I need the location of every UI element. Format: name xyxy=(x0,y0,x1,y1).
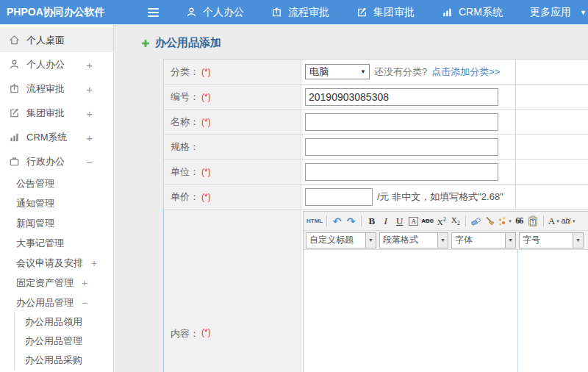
expand-plus-icon[interactable]: + xyxy=(86,107,93,119)
sidebar-item-3[interactable]: 集团审批+ xyxy=(0,101,113,125)
chart-icon xyxy=(442,7,453,18)
sidebar-item-label: 公告管理 xyxy=(16,177,54,190)
sidebar-item-0[interactable]: 个人桌面 xyxy=(0,28,113,52)
bold-button[interactable]: B xyxy=(365,214,379,229)
nav-item-3[interactable]: CRM系统 xyxy=(442,6,503,19)
name-row: 名称：(*) xyxy=(163,110,588,135)
toolbar-separator xyxy=(465,215,466,226)
home-icon xyxy=(9,35,20,46)
clean-format-button[interactable] xyxy=(483,214,497,229)
expand-plus-icon[interactable]: + xyxy=(86,58,93,71)
no-category-hint: 还没有分类? xyxy=(374,65,427,79)
collapse-minus-icon[interactable]: − xyxy=(86,155,93,168)
category-label: 分类：(*) xyxy=(164,60,301,84)
sidebar-item-8[interactable]: 新闻管理 xyxy=(0,213,113,233)
workflow-icon xyxy=(271,7,282,18)
content-row: 内容：(*)HTML↶↷BIUAABCX2X2▾66TA▾ab/▾自定义标题▼段… xyxy=(163,210,588,372)
required-mark: (*) xyxy=(201,92,211,102)
html-source-button[interactable]: HTML xyxy=(306,214,323,229)
sidebar-item-label: CRM系统 xyxy=(26,131,68,144)
quick-format-button[interactable]: ▾ xyxy=(497,214,512,229)
add-category-link[interactable]: 点击添加分类>> xyxy=(431,65,500,79)
sidebar-item-label: 行政办公 xyxy=(26,155,65,168)
spec-input[interactable] xyxy=(305,138,498,156)
page-title-text: 办公用品添加 xyxy=(155,36,221,50)
italic-button[interactable]: I xyxy=(379,214,392,229)
sidebar-item-label: 大事记管理 xyxy=(16,237,64,250)
sidebar-item-5[interactable]: 行政办公− xyxy=(0,149,113,174)
editor-column-guide xyxy=(517,250,518,372)
sidebar-item-14[interactable]: 办公用品管理 xyxy=(15,332,113,351)
nav-item-0[interactable]: 个人办公 xyxy=(186,6,244,19)
select-caret-icon: ▼ xyxy=(360,68,366,75)
hamburger-menu-icon[interactable] xyxy=(143,5,162,20)
category-select[interactable]: 电脑▼ xyxy=(305,64,370,79)
sidebar-item-label: 集团审批 xyxy=(26,107,65,120)
sidebar-item-12[interactable]: 办公用品管理− xyxy=(0,293,113,312)
price-row: 单价：(*)/元 非中文，如填写格式"2.68" xyxy=(163,185,588,210)
subscript-button[interactable]: X2 xyxy=(448,214,462,229)
blockquote-button[interactable]: 66 xyxy=(512,214,526,229)
editor-content-area[interactable] xyxy=(304,250,588,372)
content-label: 内容：(*) xyxy=(164,210,301,372)
nav-item-2[interactable]: 集团审批 xyxy=(356,6,415,19)
sidebar-item-2[interactable]: 流程审批+ xyxy=(0,76,113,101)
editor-toolbar-row2: 自定义标题▼段落格式▼字体▼字号▼ xyxy=(304,231,588,250)
superscript-button[interactable]: X2 xyxy=(434,214,448,229)
expand-plus-icon[interactable]: + xyxy=(86,131,93,143)
eraser-button[interactable] xyxy=(469,214,483,229)
nav-item-label: 流程审批 xyxy=(288,6,329,19)
toolbar-separator xyxy=(543,215,544,226)
sidebar-item-label: 流程审批 xyxy=(26,82,65,96)
name-input[interactable] xyxy=(305,113,498,131)
sidebar-item-label: 办公用品管理 xyxy=(16,296,74,310)
sidebar-item-label: 个人桌面 xyxy=(26,34,65,47)
required-mark: (*) xyxy=(201,67,211,77)
paste-text-button[interactable]: T xyxy=(526,214,540,229)
nav-item-1[interactable]: 流程审批 xyxy=(271,6,329,19)
sidebar-item-13[interactable]: 办公用品领用 xyxy=(15,312,113,332)
app-logo[interactable]: PHPOA协同办公软件 xyxy=(0,6,132,19)
expand-plus-icon[interactable]: + xyxy=(82,277,87,289)
category-row: 分类：(*)电脑▼还没有分类?点击添加分类>> xyxy=(163,60,588,85)
code-input[interactable] xyxy=(305,88,498,106)
sidebar-item-4[interactable]: CRM系统+ xyxy=(0,125,113,149)
nav-item-4[interactable]: 更多应用▼ xyxy=(530,6,587,19)
font-family-select[interactable]: 字体▼ xyxy=(451,232,516,248)
sidebar-item-7[interactable]: 通知管理 xyxy=(0,193,113,213)
collapse-minus-icon[interactable]: − xyxy=(82,297,87,309)
heading-select[interactable]: 自定义标题▼ xyxy=(306,232,376,248)
sidebar-item-label: 办公用品领用 xyxy=(25,315,82,329)
expand-plus-icon[interactable]: + xyxy=(91,257,97,269)
sidebar-item-label: 个人办公 xyxy=(26,58,65,71)
sidebar-item-9[interactable]: 大事记管理 xyxy=(0,233,113,253)
font-color-button[interactable]: A▾ xyxy=(547,214,561,229)
sidebar-item-15[interactable]: 办公用品采购 xyxy=(15,351,113,370)
sidebar-item-label: 新闻管理 xyxy=(16,217,54,230)
price-label: 单价：(*) xyxy=(164,185,301,209)
char-border-button[interactable]: A xyxy=(406,214,420,229)
sidebar: 个人桌面个人办公+流程审批+集团审批+CRM系统+行政办公−公告管理通知管理新闻… xyxy=(0,24,114,372)
user-icon xyxy=(9,59,20,70)
expand-plus-icon[interactable]: + xyxy=(86,82,93,95)
price-input[interactable] xyxy=(305,188,373,206)
svg-text:T: T xyxy=(531,219,534,224)
name-label: 名称：(*) xyxy=(164,110,301,134)
sidebar-item-1[interactable]: 个人办公+ xyxy=(0,52,113,76)
page-title: 办公用品添加 xyxy=(141,36,588,50)
highlight-color-button[interactable]: ab/▾ xyxy=(561,214,576,229)
sidebar-item-6[interactable]: 公告管理 xyxy=(0,174,113,193)
unit-input[interactable] xyxy=(305,163,498,181)
spec-row: 规格： xyxy=(163,135,588,160)
select-caret-icon: ▼ xyxy=(573,233,583,248)
underline-button[interactable]: U xyxy=(392,214,406,229)
sidebar-item-10[interactable]: 会议申请及安排+ xyxy=(0,253,113,273)
sidebar-item-11[interactable]: 固定资产管理+ xyxy=(0,273,113,293)
paragraph-format-select[interactable]: 段落格式▼ xyxy=(379,232,448,248)
redo-button[interactable]: ↷ xyxy=(344,214,358,229)
undo-button[interactable]: ↶ xyxy=(330,214,344,229)
select-caret-icon: ▼ xyxy=(505,233,515,248)
font-size-select[interactable]: 字号▼ xyxy=(519,232,584,248)
nav-item-label: CRM系统 xyxy=(459,6,503,19)
strikethrough-button[interactable]: ABC xyxy=(420,214,434,229)
